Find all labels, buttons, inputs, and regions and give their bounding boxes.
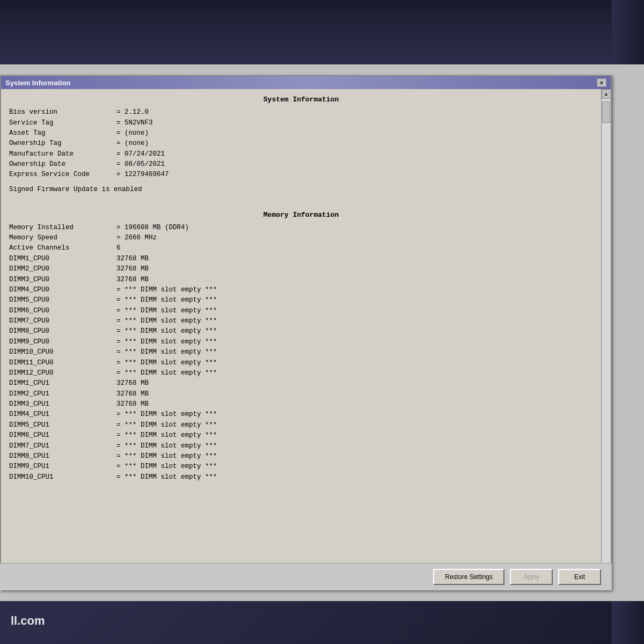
dimm-label: DIMM8_CPU0 bbox=[9, 326, 116, 336]
dimm-slot-row: DIMM5_CPU1= *** DIMM slot empty *** bbox=[9, 420, 593, 430]
system-fields: Bios version= 2.12.0Service Tag= 5N2VNF3… bbox=[9, 107, 593, 180]
system-info-row: Asset Tag= (none) bbox=[9, 128, 593, 138]
dimm-slot-row: DIMM6_CPU1= *** DIMM slot empty *** bbox=[9, 430, 593, 441]
field-value: = 08/05/2021 bbox=[116, 159, 165, 170]
dimm-slot-row: DIMM8_CPU1= *** DIMM slot empty *** bbox=[9, 451, 593, 462]
dimm-value: = *** DIMM slot empty *** bbox=[116, 420, 217, 430]
info-text-block: System Information Bios version= 2.12.0S… bbox=[9, 94, 593, 482]
dimm-value: = *** DIMM slot empty *** bbox=[116, 358, 217, 368]
dimm-value: = *** DIMM slot empty *** bbox=[116, 441, 217, 451]
field-value: = 2666 MHz bbox=[116, 233, 157, 243]
dimm-label: DIMM2_CPU1 bbox=[9, 389, 116, 399]
dimm-slot-row: DIMM3_CPU132768 MB bbox=[9, 399, 593, 409]
field-label: Ownership Tag bbox=[9, 138, 116, 149]
field-label: Service Tag bbox=[9, 118, 116, 128]
dimm-label: DIMM12_CPU0 bbox=[9, 368, 116, 378]
field-label: Ownership Date bbox=[9, 159, 116, 170]
dimm-slot-row: DIMM10_CPU1= *** DIMM slot empty *** bbox=[9, 472, 593, 482]
dimm-slot-row: DIMM6_CPU0= *** DIMM slot empty *** bbox=[9, 306, 593, 316]
dimm-value: = *** DIMM slot empty *** bbox=[116, 409, 217, 420]
dimm-value: 32768 MB bbox=[116, 389, 149, 399]
exit-button[interactable]: Exit bbox=[558, 569, 601, 585]
dimm-value: = *** DIMM slot empty *** bbox=[116, 462, 217, 472]
system-info-row: Ownership Date= 08/05/2021 bbox=[9, 159, 593, 170]
dimm-slot-row: DIMM12_CPU0= *** DIMM slot empty *** bbox=[9, 368, 593, 378]
firmware-note: Signed Firmware Update is enabled bbox=[9, 185, 593, 195]
field-value: = 07/24/2021 bbox=[116, 149, 165, 159]
dimm-label: DIMM10_CPU1 bbox=[9, 472, 116, 482]
dimm-slot-row: DIMM3_CPU032768 MB bbox=[9, 275, 593, 285]
close-button[interactable]: × bbox=[597, 78, 606, 87]
system-info-row: Manufacture Date= 07/24/2021 bbox=[9, 149, 593, 159]
field-label: Active Channels bbox=[9, 243, 116, 253]
dimm-slot-row: DIMM9_CPU0= *** DIMM slot empty *** bbox=[9, 337, 593, 347]
dimm-value: = *** DIMM slot empty *** bbox=[116, 326, 217, 336]
system-info-row: Ownership Tag= (none) bbox=[9, 138, 593, 149]
dimm-value: = *** DIMM slot empty *** bbox=[116, 451, 217, 462]
system-info-row: Bios version= 2.12.0 bbox=[9, 107, 593, 118]
dimm-slot-row: DIMM1_CPU032768 MB bbox=[9, 254, 593, 264]
dimm-value: 32768 MB bbox=[116, 254, 149, 264]
dimm-label: DIMM7_CPU0 bbox=[9, 316, 116, 326]
window-title: System Information bbox=[5, 79, 70, 87]
dimm-slot-row: DIMM1_CPU132768 MB bbox=[9, 378, 593, 389]
main-content: System Information Bios version= 2.12.0S… bbox=[1, 89, 601, 588]
dimm-value: 32768 MB bbox=[116, 264, 149, 274]
bios-window: System Information × System Information … bbox=[0, 75, 612, 590]
website-label: ll.com bbox=[11, 614, 45, 628]
apply-button[interactable]: Apply bbox=[510, 569, 553, 585]
dimm-slot-row: DIMM7_CPU0= *** DIMM slot empty *** bbox=[9, 316, 593, 326]
field-value: = 196608 MB (DDR4) bbox=[116, 223, 189, 233]
dimm-value: 32768 MB bbox=[116, 275, 149, 285]
dimm-slot-row: DIMM8_CPU0= *** DIMM slot empty *** bbox=[9, 326, 593, 336]
system-info-row: Express Service Code= 12279469647 bbox=[9, 170, 593, 180]
field-value: = (none) bbox=[116, 138, 149, 149]
field-label: Memory Installed bbox=[9, 223, 116, 233]
dimm-value: = *** DIMM slot empty *** bbox=[116, 347, 217, 357]
dimm-slot-row: DIMM9_CPU1= *** DIMM slot empty *** bbox=[9, 462, 593, 472]
dimm-label: DIMM5_CPU1 bbox=[9, 420, 116, 430]
system-info-row: Service Tag= 5N2VNF3 bbox=[9, 118, 593, 128]
dimm-label: DIMM6_CPU0 bbox=[9, 306, 116, 316]
dimm-value: = *** DIMM slot empty *** bbox=[116, 472, 217, 482]
dimm-label: DIMM11_CPU0 bbox=[9, 358, 116, 368]
field-label: Bios version bbox=[9, 107, 116, 118]
dimm-label: DIMM9_CPU0 bbox=[9, 337, 116, 347]
scroll-thumb[interactable] bbox=[602, 101, 610, 123]
dimm-slot-row: DIMM2_CPU032768 MB bbox=[9, 264, 593, 274]
dimm-label: DIMM1_CPU1 bbox=[9, 378, 116, 389]
field-value: = (none) bbox=[116, 128, 149, 138]
field-value: = 12279469647 bbox=[116, 170, 169, 180]
field-value: 6 bbox=[116, 243, 121, 253]
dimm-slot-row: DIMM4_CPU1= *** DIMM slot empty *** bbox=[9, 409, 593, 420]
scroll-track[interactable] bbox=[602, 99, 611, 579]
dimm-label: DIMM5_CPU0 bbox=[9, 295, 116, 305]
restore-settings-button[interactable]: Restore Settings bbox=[433, 569, 504, 585]
scroll-up-arrow[interactable]: ▲ bbox=[602, 89, 611, 99]
memory-info-title: Memory Information bbox=[9, 210, 593, 221]
memory-info-row: Active Channels6 bbox=[9, 243, 593, 253]
dimm-slot-row: DIMM4_CPU0= *** DIMM slot empty *** bbox=[9, 285, 593, 295]
dimm-label: DIMM3_CPU1 bbox=[9, 399, 116, 409]
dimm-value: = *** DIMM slot empty *** bbox=[116, 368, 217, 378]
field-value: = 5N2VNF3 bbox=[116, 118, 153, 128]
field-label: Manufacture Date bbox=[9, 149, 116, 159]
dimm-value: = *** DIMM slot empty *** bbox=[116, 306, 217, 316]
title-bar-buttons: × bbox=[597, 78, 606, 87]
dimm-value: = *** DIMM slot empty *** bbox=[116, 316, 217, 326]
dimm-slot-row: DIMM5_CPU0= *** DIMM slot empty *** bbox=[9, 295, 593, 305]
dimm-slot-row: DIMM10_CPU0= *** DIMM slot empty *** bbox=[9, 347, 593, 357]
top-bezel bbox=[0, 0, 644, 64]
dimm-label: DIMM9_CPU1 bbox=[9, 462, 116, 472]
dimm-value: = *** DIMM slot empty *** bbox=[116, 430, 217, 441]
dimm-label: DIMM10_CPU0 bbox=[9, 347, 116, 357]
memory-info-row: Memory Speed= 2666 MHz bbox=[9, 233, 593, 243]
field-value: = 2.12.0 bbox=[116, 107, 149, 118]
dimm-slots: DIMM1_CPU032768 MBDIMM2_CPU032768 MBDIMM… bbox=[9, 254, 593, 482]
screen-area: System Information × System Information … bbox=[0, 64, 644, 601]
dimm-slot-row: DIMM2_CPU132768 MB bbox=[9, 389, 593, 399]
dimm-label: DIMM3_CPU0 bbox=[9, 275, 116, 285]
dimm-label: DIMM4_CPU1 bbox=[9, 409, 116, 420]
scrollbar[interactable]: ▲ ▼ bbox=[601, 89, 611, 588]
content-area: System Information Bios version= 2.12.0S… bbox=[1, 89, 611, 588]
